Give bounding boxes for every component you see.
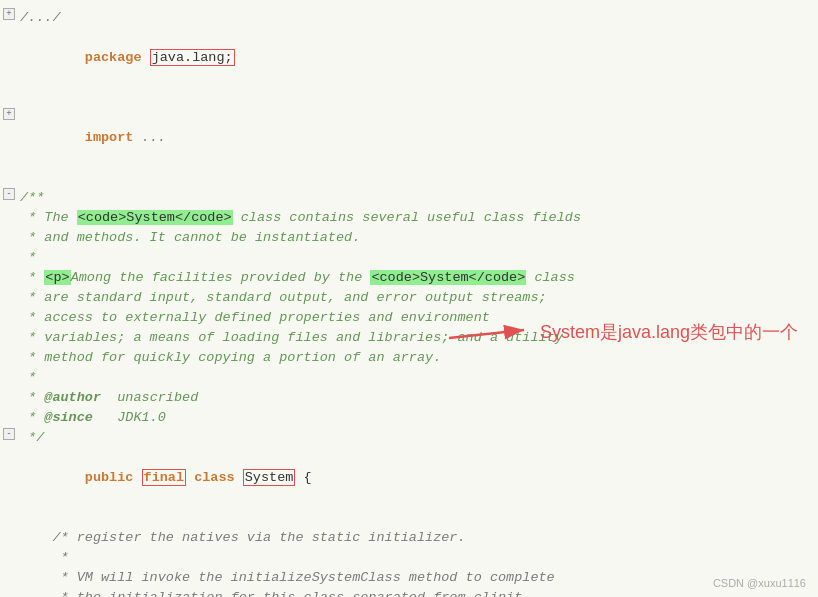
line-17: * @since JDK1.0 [0, 408, 818, 428]
gutter-1[interactable]: + [0, 8, 20, 20]
line-21: /* register the natives via the static i… [0, 528, 818, 548]
gutter-18[interactable]: - [0, 428, 20, 440]
word-the: The [44, 210, 76, 225]
line-14: * method for quickly copying a portion o… [0, 348, 818, 368]
line-content-19: public final class System { [20, 448, 810, 508]
line-22: * [0, 548, 818, 568]
fold-icon-6[interactable]: - [3, 188, 15, 200]
line-7: * The <code>System</code> class contains… [0, 208, 818, 228]
annotation-text: System是java.lang类包中的一个 [540, 320, 798, 344]
keyword-public: public [85, 470, 142, 485]
line-8: * and methods. It cannot be instantiated… [0, 228, 818, 248]
line-3 [0, 88, 818, 108]
gutter-4[interactable]: + [0, 108, 20, 120]
code-viewer: + /.../ package java.lang; + import ... [0, 0, 818, 597]
line-16: * @author unascribed [0, 388, 818, 408]
fold-icon-4[interactable]: + [3, 108, 15, 120]
keyword-class: class [194, 470, 243, 485]
line-content-9: * [20, 248, 810, 268]
line-content-2: package java.lang; [20, 28, 810, 88]
gutter-6[interactable]: - [0, 188, 20, 200]
watermark: CSDN @xuxu1116 [713, 577, 806, 589]
line-4: + import ... [0, 108, 818, 168]
keyword-package: package [85, 50, 150, 65]
line-content-18: */ [20, 428, 810, 448]
fold-icon-18[interactable]: - [3, 428, 15, 440]
code-system-1: <code>System</code> [77, 210, 233, 225]
line-content-21: /* register the natives via the static i… [20, 528, 810, 548]
line-content-11: * are standard input, standard output, a… [20, 288, 810, 308]
annotation-arrow-svg [444, 316, 534, 348]
line-content-1: /.../ [20, 8, 810, 28]
line-content-7: * The <code>System</code> class contains… [20, 208, 810, 228]
line-content-5 [20, 168, 810, 188]
line-content-23: * VM will invoke the initializeSystemCla… [20, 568, 810, 588]
line-content-17: * @since JDK1.0 [20, 408, 810, 428]
import-dots: ... [142, 130, 166, 145]
class-brace: { [295, 470, 311, 485]
line-content-14: * method for quickly copying a portion o… [20, 348, 810, 368]
line-content-22: * [20, 548, 810, 568]
line-24: * the initialization for this class sepa… [0, 588, 818, 597]
line-2: package java.lang; [0, 28, 818, 88]
line-9: * [0, 248, 818, 268]
code-area: + /.../ package java.lang; + import ... [0, 0, 818, 597]
line-23: * VM will invoke the initializeSystemCla… [0, 568, 818, 588]
package-name: java.lang; [150, 49, 235, 66]
line-5 [0, 168, 818, 188]
keyword-import: import [85, 130, 142, 145]
line-6: - /** [0, 188, 818, 208]
code-system-2: <code>System</code> [370, 270, 526, 285]
svg-line-1 [449, 330, 524, 338]
line-19: public final class System { [0, 448, 818, 508]
line-10: * <p>Among the facilities provided by th… [0, 268, 818, 288]
fold-icon-1[interactable]: + [3, 8, 15, 20]
line-content-8: * and methods. It cannot be instantiated… [20, 228, 810, 248]
line-18: - */ [0, 428, 818, 448]
line-content-15: * [20, 368, 810, 388]
line-20 [0, 508, 818, 528]
line-content-6: /** [20, 188, 810, 208]
line-content-20 [20, 508, 810, 528]
line-content-10: * <p>Among the facilities provided by th… [20, 268, 810, 288]
line-11: * are standard input, standard output, a… [0, 288, 818, 308]
tag-author: @author [44, 390, 101, 405]
line-content-24: * the initialization for this class sepa… [20, 588, 810, 597]
keyword-final: final [142, 469, 187, 486]
line-content-3 [20, 88, 810, 108]
line-1: + /.../ [0, 8, 818, 28]
class-name-system: System [243, 469, 296, 486]
code-p: <p> [44, 270, 70, 285]
line-15: * [0, 368, 818, 388]
line-content-4: import ... [20, 108, 810, 168]
line-content-16: * @author unascribed [20, 388, 810, 408]
annotation-container: System是java.lang类包中的一个 [444, 316, 798, 348]
tag-since: @since [44, 410, 93, 425]
